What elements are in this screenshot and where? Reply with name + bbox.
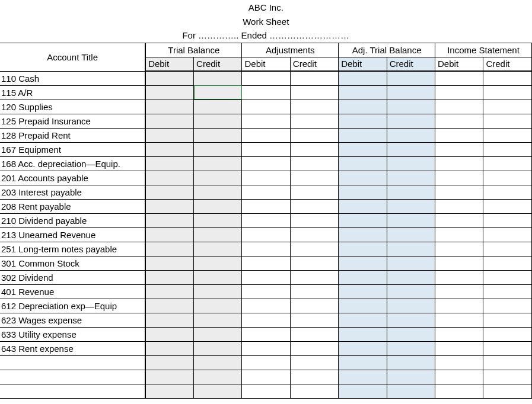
data-cell[interactable] [339, 313, 387, 327]
data-cell[interactable] [339, 71, 387, 85]
data-cell[interactable] [339, 227, 387, 242]
data-cell[interactable] [242, 185, 290, 199]
account-title-cell[interactable]: 251 Long-term notes payable [0, 242, 145, 256]
data-cell[interactable] [145, 171, 193, 185]
data-cell[interactable] [145, 185, 193, 199]
data-cell[interactable] [387, 114, 435, 128]
account-title-cell[interactable]: 643 Rent expense [0, 341, 145, 355]
data-cell[interactable] [387, 171, 435, 185]
data-cell[interactable] [194, 213, 242, 227]
data-cell[interactable] [339, 256, 387, 270]
data-cell[interactable] [339, 370, 387, 384]
data-cell[interactable] [194, 313, 242, 327]
data-cell[interactable] [145, 128, 193, 142]
data-cell[interactable] [290, 327, 338, 341]
data-cell[interactable] [290, 355, 338, 370]
data-cell[interactable] [483, 171, 532, 185]
data-cell[interactable] [242, 370, 290, 384]
data-cell[interactable] [290, 242, 338, 256]
data-cell[interactable] [194, 284, 242, 299]
data-cell[interactable] [483, 284, 532, 299]
data-cell[interactable] [290, 185, 338, 199]
data-cell[interactable] [387, 299, 435, 313]
data-cell[interactable] [145, 227, 193, 242]
data-cell[interactable] [483, 128, 532, 142]
data-cell[interactable] [290, 100, 338, 114]
account-title-cell[interactable]: 623 Wages expense [0, 313, 145, 327]
data-cell[interactable] [145, 114, 193, 128]
account-title-cell[interactable] [0, 370, 145, 384]
data-cell[interactable] [242, 142, 290, 156]
data-cell[interactable] [435, 199, 483, 213]
data-cell[interactable] [387, 199, 435, 213]
account-title-cell[interactable]: 168 Acc. depreciation—Equip. [0, 156, 145, 171]
data-cell[interactable] [435, 185, 483, 199]
data-cell[interactable] [387, 242, 435, 256]
data-cell[interactable] [339, 100, 387, 114]
data-cell[interactable] [483, 100, 532, 114]
data-cell[interactable] [290, 270, 338, 284]
data-cell[interactable] [435, 213, 483, 227]
data-cell[interactable] [242, 227, 290, 242]
data-cell[interactable] [339, 114, 387, 128]
data-cell[interactable] [483, 114, 532, 128]
data-cell[interactable] [290, 384, 338, 398]
data-cell[interactable] [387, 100, 435, 114]
account-title-cell[interactable]: 125 Prepaid Insurance [0, 114, 145, 128]
data-cell[interactable] [290, 227, 338, 242]
account-title-cell[interactable]: 612 Depreciation exp—Equip [0, 299, 145, 313]
data-cell[interactable] [483, 199, 532, 213]
data-cell[interactable] [483, 156, 532, 171]
data-cell[interactable] [339, 242, 387, 256]
data-cell[interactable] [435, 242, 483, 256]
data-cell[interactable] [483, 256, 532, 270]
data-cell[interactable] [242, 355, 290, 370]
data-cell[interactable] [435, 142, 483, 156]
account-title-cell[interactable]: 301 Common Stock [0, 256, 145, 270]
data-cell[interactable] [339, 171, 387, 185]
data-cell[interactable] [194, 256, 242, 270]
data-cell[interactable] [242, 327, 290, 341]
data-cell[interactable] [387, 327, 435, 341]
data-cell[interactable] [145, 270, 193, 284]
data-cell[interactable] [145, 341, 193, 355]
data-cell[interactable] [387, 270, 435, 284]
data-cell[interactable] [483, 327, 532, 341]
account-title-cell[interactable]: 210 Dividend payable [0, 213, 145, 227]
data-cell[interactable] [290, 299, 338, 313]
data-cell[interactable] [290, 370, 338, 384]
data-cell[interactable] [290, 114, 338, 128]
data-cell[interactable] [290, 313, 338, 327]
data-cell[interactable] [435, 313, 483, 327]
data-cell[interactable] [387, 185, 435, 199]
data-cell[interactable] [387, 71, 435, 85]
data-cell[interactable] [290, 284, 338, 299]
data-cell[interactable] [339, 299, 387, 313]
data-cell[interactable] [194, 100, 242, 114]
data-cell[interactable] [290, 213, 338, 227]
data-cell[interactable] [339, 341, 387, 355]
data-cell[interactable] [387, 313, 435, 327]
data-cell[interactable] [435, 71, 483, 85]
data-cell[interactable] [145, 370, 193, 384]
data-cell[interactable] [387, 85, 435, 100]
data-cell[interactable] [145, 142, 193, 156]
data-cell[interactable] [339, 327, 387, 341]
data-cell[interactable] [145, 299, 193, 313]
data-cell[interactable] [483, 355, 532, 370]
data-cell[interactable] [435, 384, 483, 398]
data-cell[interactable] [290, 256, 338, 270]
data-cell[interactable] [290, 142, 338, 156]
data-cell[interactable] [194, 327, 242, 341]
data-cell[interactable] [290, 199, 338, 213]
data-cell[interactable] [194, 370, 242, 384]
data-cell[interactable] [435, 256, 483, 270]
data-cell[interactable] [483, 370, 532, 384]
data-cell[interactable] [242, 128, 290, 142]
data-cell[interactable] [290, 156, 338, 171]
account-title-cell[interactable]: 401 Revenue [0, 284, 145, 299]
account-title-cell[interactable]: 128 Prepaid Rent [0, 128, 145, 142]
account-title-cell[interactable]: 203 Interest payable [0, 185, 145, 199]
account-title-cell[interactable]: 302 Dividend [0, 270, 145, 284]
data-cell[interactable] [387, 128, 435, 142]
